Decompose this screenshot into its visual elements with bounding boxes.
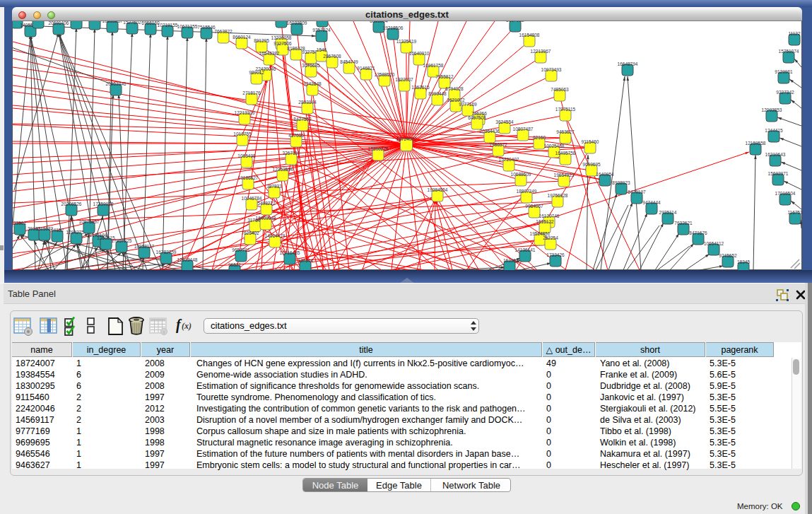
svg-text:16033809: 16033809 [287,21,307,25]
svg-text:1822037: 1822037 [395,77,413,82]
svg-text:19654923: 19654923 [554,173,575,177]
svg-text:12159558: 12159558 [746,141,766,146]
svg-text:9463627: 9463627 [556,129,575,134]
svg-text:16495758: 16495758 [555,151,576,156]
svg-text:1065498: 1065498 [237,153,256,158]
svg-text:10688609: 10688609 [511,172,531,177]
svg-text:9474444: 9474444 [642,200,661,205]
svg-text:18724007: 18724007 [396,136,417,141]
svg-text:12353594: 12353594 [273,167,293,172]
svg-text:6794028: 6794028 [445,86,464,91]
svg-text:1640954: 1640954 [596,172,614,177]
svg-text:14136141: 14136141 [515,247,536,252]
svg-text:16543382: 16543382 [259,51,280,56]
svg-text:18345: 18345 [737,259,750,264]
svg-text:8938923: 8938923 [612,180,630,185]
svg-text:137344: 137344 [298,258,313,263]
svg-text:9699695: 9699695 [582,162,601,167]
svg-text:1733426: 1733426 [546,252,565,257]
svg-text:16640910: 16640910 [409,51,430,56]
svg-text:10025438: 10025438 [544,144,565,148]
svg-text:1362615: 1362615 [411,85,430,90]
svg-text:11122: 11122 [788,31,800,36]
svg-text:2803144: 2803144 [298,100,317,105]
svg-text:10973493: 10973493 [541,67,562,72]
svg-text:2637682: 2637682 [506,21,524,23]
svg-text:9084067: 9084067 [525,204,543,209]
svg-text:13226058: 13226058 [271,35,292,40]
svg-text:1244415: 1244415 [765,128,783,133]
svg-text:12213309: 12213309 [235,110,255,115]
svg-text:14914479: 14914479 [265,233,286,238]
svg-text:12093853: 12093853 [762,107,782,112]
svg-text:10046784: 10046784 [242,196,262,201]
svg-text:19218506: 19218506 [383,25,404,30]
svg-text:18807249: 18807249 [517,189,537,194]
svg-text:2935114: 2935114 [659,210,677,215]
svg-text:17016504: 17016504 [775,191,796,196]
svg-text:15300275: 15300275 [368,146,389,151]
svg-text:8454749: 8454749 [340,59,358,64]
svg-text:10807487: 10807487 [513,127,534,132]
svg-text:989012: 989012 [249,70,264,75]
svg-text:96521: 96521 [228,262,241,267]
svg-text:7986372: 7986372 [489,142,507,147]
svg-text:12213967: 12213967 [531,49,551,54]
svg-text:15751074: 15751074 [779,49,799,54]
svg-text:6479197: 6479197 [628,189,646,194]
svg-text:3675685: 3675685 [302,63,320,68]
svg-text:9245652: 9245652 [719,253,737,258]
svg-text:3624554: 3624554 [495,119,514,124]
svg-text:8990448: 8990448 [428,91,447,96]
svg-text:891295: 891295 [254,38,269,43]
svg-text:16154808: 16154808 [519,33,540,37]
svg-text:62160: 62160 [533,135,546,140]
svg-text:16120746: 16120746 [539,214,560,218]
svg-text:6497508: 6497508 [468,115,486,120]
svg-text:5498222: 5498222 [257,201,276,206]
svg-text:15720407: 15720407 [499,157,519,162]
svg-text:387833: 387833 [266,184,282,189]
svg-text:9242848: 9242848 [303,81,322,86]
svg-text:7485063: 7485063 [551,87,569,92]
svg-text:15716485: 15716485 [280,250,300,255]
svg-text:16395: 16395 [503,258,516,263]
svg-text:8660124: 8660124 [233,35,251,40]
svg-text:8813054: 8813054 [370,21,388,23]
svg-text:(x): (x) [182,321,192,331]
svg-text:10654112: 10654112 [704,241,724,246]
svg-text:16648794: 16648794 [618,62,638,66]
svg-text:9777169: 9777169 [459,102,477,107]
svg-text:1546: 1546 [317,47,327,52]
svg-text:9327506: 9327506 [273,41,292,46]
svg-text:1010755: 1010755 [233,132,252,136]
svg-text:1615132: 1615132 [536,219,554,224]
svg-text:x: x [163,329,165,334]
svg-text:9657791: 9657791 [232,247,250,252]
svg-text:16409948: 16409948 [256,216,276,221]
svg-text:9146821: 9146821 [357,66,375,71]
svg-text:19384554: 19384554 [428,187,448,192]
svg-text:116753: 116753 [787,210,803,215]
svg-text:7625402: 7625402 [241,230,259,235]
svg-text:7955812: 7955812 [435,74,454,79]
svg-text:8427552: 8427552 [293,117,312,122]
svg-text:19756928: 19756928 [548,193,568,198]
svg-text:17975115: 17975115 [555,107,576,112]
svg-text:252254: 252254 [543,235,558,240]
svg-text:16961758: 16961758 [423,63,444,68]
svg-text:15692971: 15692971 [768,171,789,176]
svg-text:20364436: 20364436 [480,129,500,134]
svg-text:2718176: 2718176 [242,90,261,95]
svg-text:8471676: 8471676 [689,230,707,235]
svg-text:13588520: 13588520 [375,72,395,77]
svg-text:16210643: 16210643 [765,152,786,157]
svg-text:7632621: 7632621 [674,221,693,226]
svg-text:9129961: 9129961 [775,69,793,74]
svg-text:9357224: 9357224 [312,28,331,33]
svg-text:7663822: 7663822 [214,29,233,34]
svg-text:19166827: 19166827 [238,175,259,180]
svg-text:9227342: 9227342 [776,90,794,95]
svg-text:3267110: 3267110 [283,151,300,156]
svg-text:417006: 417006 [288,133,304,138]
